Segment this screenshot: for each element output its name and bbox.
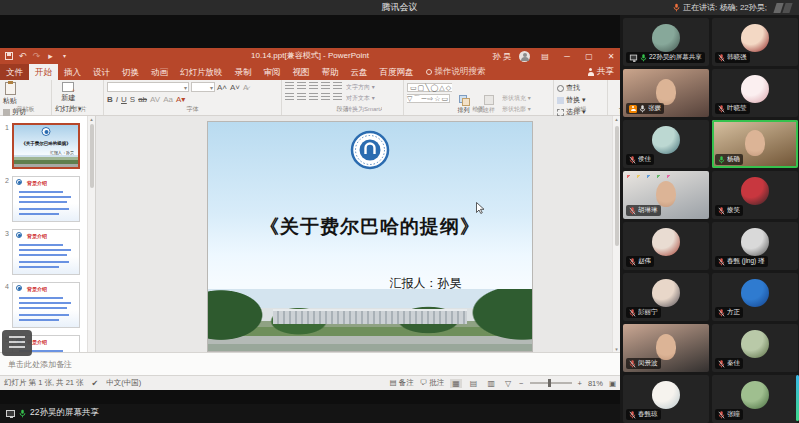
- slide-scrollbar[interactable]: ▴▾: [612, 116, 620, 352]
- text-direction-button[interactable]: 文字方向 ▾: [346, 83, 382, 92]
- justify-icon[interactable]: [321, 93, 330, 101]
- spellcheck-icon[interactable]: ✔: [92, 379, 99, 388]
- comments-toggle[interactable]: 🗩 批注: [420, 378, 445, 388]
- participant-tile-12[interactable]: 方正: [712, 273, 798, 321]
- bold-button[interactable]: B: [107, 95, 113, 104]
- slide-thumbnail-2[interactable]: 2背景介绍: [2, 176, 83, 222]
- shadow-button[interactable]: S: [130, 95, 135, 104]
- language-status[interactable]: 中文(中国): [106, 378, 141, 388]
- italic-button[interactable]: I: [116, 95, 118, 104]
- ppt-share-button[interactable]: 共享: [587, 64, 614, 80]
- share-banner-text: 22孙昊的屏幕共享: [30, 407, 99, 419]
- shape-fill-button[interactable]: 形状填充 ▾: [502, 94, 538, 103]
- slide-thumbnail-3[interactable]: 3背景介绍: [2, 229, 83, 275]
- restore-icon[interactable]: ▢: [582, 52, 596, 61]
- slide-sorter-icon[interactable]: ▤: [468, 379, 480, 388]
- strikethrough-button[interactable]: ab: [138, 95, 147, 104]
- close-icon[interactable]: ✕: [604, 52, 618, 61]
- tell-me-search[interactable]: 操作说明搜索: [420, 64, 492, 80]
- fit-to-window-icon[interactable]: ▣: [609, 379, 616, 388]
- mic-icon: [718, 54, 725, 62]
- change-case-button[interactable]: Aa: [163, 95, 173, 104]
- zoom-slider[interactable]: [530, 382, 572, 384]
- slide-thumbnail-image[interactable]: 《关于费尔巴哈的提纲》汇报人：孙昊: [12, 123, 80, 169]
- align-left-icon[interactable]: [285, 93, 294, 101]
- notes-pane[interactable]: 单击此处添加备注: [0, 352, 620, 375]
- ribbon-display-icon[interactable]: ▤: [538, 52, 552, 61]
- underline-button[interactable]: U: [121, 95, 127, 104]
- participant-tile-4[interactable]: 叶晓莹: [712, 69, 798, 117]
- ribbon-group-drawing: ▭▢╲◯△◇▽⌒─⇨☆▭ 排列▾ 快速样式▾ 形状填充 ▾ 形状轮廓 ▾ 形状效…: [404, 80, 554, 115]
- ribbon-tab-2[interactable]: 开始: [29, 64, 58, 80]
- slide-thumbnail-1[interactable]: 1《关于费尔巴哈的提纲》汇报人：孙昊: [2, 123, 83, 169]
- mic-icon: [629, 360, 636, 368]
- normal-view-icon[interactable]: ▦: [450, 379, 462, 388]
- ribbon-tab-4[interactable]: 设计: [87, 64, 116, 80]
- ribbon-tab-7[interactable]: 幻灯片放映: [174, 64, 229, 80]
- bullets-icon[interactable]: [285, 82, 294, 90]
- ribbon-tab-13[interactable]: 百度网盘: [374, 64, 420, 80]
- clear-format-icon[interactable]: A̷: [243, 83, 248, 92]
- font-name-select[interactable]: [107, 82, 189, 92]
- minimize-icon[interactable]: ─: [560, 52, 574, 61]
- participant-name-label: 燎笑: [715, 205, 743, 216]
- align-text-button[interactable]: 对齐文本 ▾: [346, 94, 382, 103]
- zoom-level[interactable]: 81%: [588, 379, 603, 388]
- participant-tile-5[interactable]: 侯佳: [623, 120, 709, 168]
- slide-thumbnail-image[interactable]: 背景介绍: [12, 229, 80, 275]
- columns-icon[interactable]: [333, 93, 342, 101]
- grow-font-icon[interactable]: A˄: [217, 83, 227, 92]
- slideshow-view-icon[interactable]: ▽: [503, 379, 513, 388]
- participant-tile-3[interactable]: 张媛: [623, 69, 709, 117]
- align-center-icon[interactable]: [297, 93, 306, 101]
- shrink-font-icon[interactable]: A˅: [230, 83, 240, 92]
- participant-tile-14[interactable]: 秦佳: [712, 324, 798, 372]
- zoom-out-icon[interactable]: −: [519, 379, 523, 388]
- indent-decrease-icon[interactable]: [309, 82, 318, 90]
- participant-tile-11[interactable]: 彭丽宁: [623, 273, 709, 321]
- align-right-icon[interactable]: [309, 93, 318, 101]
- participant-tile-9[interactable]: 赵伟: [623, 222, 709, 270]
- ribbon-tab-10[interactable]: 视图: [287, 64, 316, 80]
- slide[interactable]: 《关于费尔巴哈的提纲》 汇报人：孙昊: [208, 122, 532, 351]
- line-spacing-icon[interactable]: [333, 82, 342, 90]
- participant-tile-16[interactable]: 张瞳: [712, 375, 798, 423]
- participant-tile-15[interactable]: 春甄琼: [623, 375, 709, 423]
- participant-tile-13[interactable]: 闵景波: [623, 324, 709, 372]
- participant-tile-2[interactable]: 韩晓强: [712, 18, 798, 66]
- ribbon-tab-3[interactable]: 插入: [58, 64, 87, 80]
- indent-increase-icon[interactable]: [321, 82, 330, 90]
- font-color-button[interactable]: A▾: [176, 95, 185, 104]
- thumbnail-scrollbar[interactable]: ▴: [87, 116, 95, 352]
- ribbon-tab-5[interactable]: 切换: [116, 64, 145, 80]
- replace-button[interactable]: 替换 ▾: [557, 95, 586, 105]
- slide-thumbnail-4[interactable]: 4背景介绍: [2, 282, 83, 328]
- paste-button[interactable]: 粘贴: [3, 82, 17, 106]
- slide-thumbnail-image[interactable]: 背景介绍: [12, 282, 80, 328]
- participant-tile-10[interactable]: 春甄 (jing) 瑾: [712, 222, 798, 270]
- slide-thumbnail-image[interactable]: 背景介绍: [12, 176, 80, 222]
- ribbon-tab-12[interactable]: 云盘: [345, 64, 374, 80]
- participant-tile-6[interactable]: 杨确: [712, 120, 798, 168]
- notes-toggle[interactable]: ▤ 备注: [390, 378, 414, 388]
- ribbon-tab-1[interactable]: 文件: [0, 64, 29, 80]
- numbering-icon[interactable]: [297, 82, 306, 90]
- font-size-select[interactable]: [191, 82, 215, 92]
- powerpoint-window: ↶ ↷ ▸ ▾ 10.14.ppt[兼容模式] - PowerPoint 孙 昊…: [0, 48, 620, 390]
- reading-view-icon[interactable]: ▥: [485, 379, 497, 388]
- ribbon-tab-9[interactable]: 审阅: [258, 64, 287, 80]
- mic-icon: [629, 207, 636, 215]
- ribbon-tab-6[interactable]: 动画: [145, 64, 174, 80]
- zoom-in-icon[interactable]: +: [578, 379, 582, 388]
- participant-tile-8[interactable]: 燎笑: [712, 171, 798, 219]
- shape-gallery[interactable]: ▭▢╲◯△◇▽⌒─⇨☆▭: [407, 83, 452, 103]
- char-spacing-button[interactable]: AV: [150, 95, 160, 104]
- ribbon-tab-11[interactable]: 帮助: [316, 64, 345, 80]
- ribbon-tab-8[interactable]: 录制: [229, 64, 258, 80]
- annotation-toolbar[interactable]: [2, 330, 32, 356]
- account-avatar[interactable]: [519, 51, 530, 62]
- participant-tile-7[interactable]: 胡琳琳: [623, 171, 709, 219]
- screen-share-banner[interactable]: 22孙昊的屏幕共享: [6, 407, 99, 419]
- participant-tile-1[interactable]: 22孙昊的屏幕共享: [623, 18, 709, 66]
- find-button[interactable]: 查找: [557, 83, 586, 93]
